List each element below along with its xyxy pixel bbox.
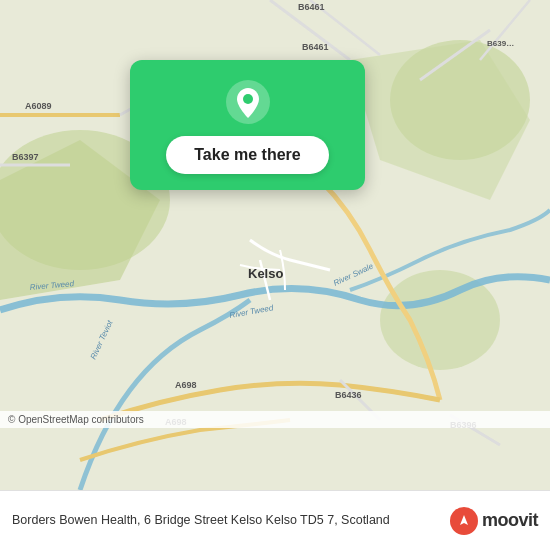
svg-text:Kelso: Kelso: [248, 266, 283, 281]
svg-point-31: [243, 94, 253, 104]
svg-text:B6397: B6397: [12, 152, 39, 162]
address-text: Borders Bowen Health, 6 Bridge Street Ke…: [12, 512, 440, 530]
svg-text:A6089: A6089: [25, 101, 52, 111]
map-container: A6089 B6364 B6461 B6461 B6397 B639… A698…: [0, 0, 550, 490]
footer: Borders Bowen Health, 6 Bridge Street Ke…: [0, 490, 550, 550]
moovit-label: moovit: [482, 510, 538, 531]
svg-text:B6461: B6461: [302, 42, 329, 52]
moovit-icon: [450, 507, 478, 535]
moovit-logo: moovit: [450, 507, 538, 535]
svg-text:B639…: B639…: [487, 39, 514, 48]
svg-text:B6461: B6461: [298, 2, 325, 12]
location-card: Take me there: [130, 60, 365, 190]
copyright-text: © OpenStreetMap contributors: [8, 414, 144, 425]
svg-text:A698: A698: [175, 380, 197, 390]
take-me-there-button[interactable]: Take me there: [166, 136, 328, 174]
copyright-bar: © OpenStreetMap contributors: [0, 411, 550, 428]
svg-text:B6436: B6436: [335, 390, 362, 400]
location-pin-icon: [226, 80, 270, 124]
